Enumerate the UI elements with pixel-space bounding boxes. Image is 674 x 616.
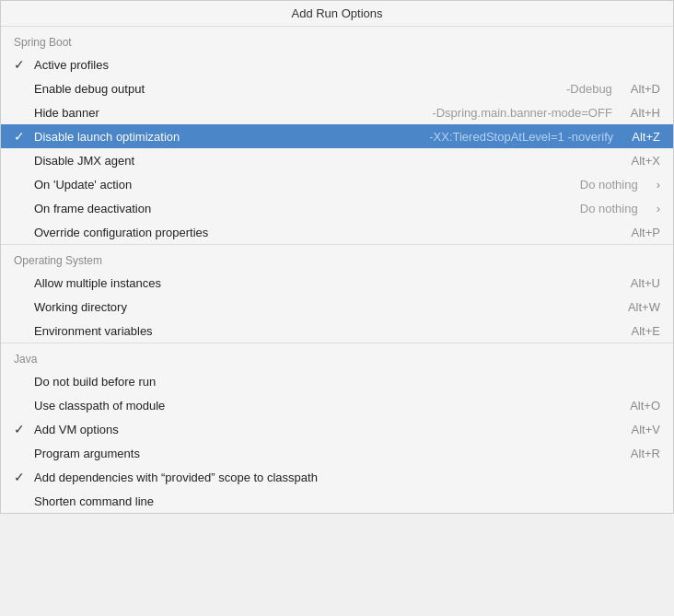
shortcut-override-config-props: Alt+P (613, 226, 660, 239)
label-allow-multiple-instances: Allow multiple instances (34, 276, 612, 290)
shortcut-enable-debug-output: Alt+D (612, 82, 660, 96)
menu-item-disable-launch-optimization[interactable]: ✓Disable launch optimization-XX:TieredSt… (1, 124, 673, 148)
check-disable-launch-optimization: ✓ (14, 129, 34, 144)
hint-on-frame-deactivation: Do nothing (580, 202, 638, 215)
label-on-update-action: On 'Update' action (34, 178, 575, 192)
menu-item-enable-debug-output[interactable]: Enable debug output-DdebugAlt+D (1, 76, 673, 100)
hint-disable-launch-optimization: -XX:TieredStopAtLevel=1 -noverify (429, 130, 613, 144)
shortcut-add-vm-options: Alt+V (613, 423, 660, 436)
label-hide-banner: Hide banner (34, 106, 426, 120)
hint-hide-banner: -Dspring.main.banner-mode=OFF (432, 106, 611, 120)
menu-item-do-not-build[interactable]: Do not build before run (1, 369, 673, 393)
shortcut-environment-variables: Alt+E (613, 324, 660, 338)
shortcut-working-directory: Alt+W (610, 300, 660, 314)
menu-item-active-profiles[interactable]: ✓Active profiles (1, 52, 673, 76)
menu-item-add-dependencies-provided[interactable]: ✓Add dependencies with “provided” scope … (1, 465, 673, 489)
label-on-frame-deactivation: On frame deactivation (34, 202, 575, 215)
shortcut-allow-multiple-instances: Alt+U (612, 276, 660, 290)
label-disable-jmx-agent: Disable JMX agent (34, 154, 613, 168)
check-add-dependencies-provided: ✓ (14, 470, 34, 484)
hint-enable-debug-output: -Ddebug (566, 82, 612, 96)
menu-item-environment-variables[interactable]: Environment variablesAlt+E (1, 319, 673, 343)
title-text: Add Run Options (291, 6, 382, 20)
shortcut-hide-banner: Alt+H (612, 106, 660, 120)
menu-item-use-classpath-of-module[interactable]: Use classpath of moduleAlt+O (1, 393, 673, 417)
arrow-on-frame-deactivation: › (638, 202, 660, 215)
menu-list: Spring Boot✓Active profilesEnable debug … (1, 27, 673, 513)
label-working-directory: Working directory (34, 300, 610, 314)
check-active-profiles: ✓ (14, 57, 34, 72)
label-environment-variables: Environment variables (34, 324, 613, 338)
label-add-dependencies-provided: Add dependencies with “provided” scope t… (34, 471, 660, 484)
add-run-options-dialog: Add Run Options Spring Boot✓Active profi… (0, 0, 674, 514)
label-add-vm-options: Add VM options (34, 423, 613, 436)
dialog-title: Add Run Options (1, 1, 673, 27)
label-override-config-props: Override configuration properties (34, 226, 613, 239)
menu-item-working-directory[interactable]: Working directoryAlt+W (1, 295, 673, 319)
section-header-spring-boot: Spring Boot (1, 27, 673, 52)
shortcut-program-arguments: Alt+R (612, 447, 660, 460)
section-header-java: Java (1, 343, 673, 369)
label-disable-launch-optimization: Disable launch optimization (34, 130, 424, 144)
label-active-profiles: Active profiles (34, 58, 660, 72)
label-use-classpath-of-module: Use classpath of module (34, 399, 611, 413)
menu-item-on-update-action[interactable]: On 'Update' actionDo nothing› (1, 172, 673, 196)
arrow-on-update-action: › (638, 178, 660, 192)
label-enable-debug-output: Enable debug output (34, 82, 561, 96)
menu-item-override-config-props[interactable]: Override configuration propertiesAlt+P (1, 220, 673, 244)
shortcut-disable-jmx-agent: Alt+X (613, 154, 660, 168)
menu-item-allow-multiple-instances[interactable]: Allow multiple instancesAlt+U (1, 271, 673, 295)
shortcut-use-classpath-of-module: Alt+O (611, 399, 660, 413)
label-program-arguments: Program arguments (34, 447, 612, 460)
menu-item-program-arguments[interactable]: Program argumentsAlt+R (1, 441, 673, 465)
menu-item-add-vm-options[interactable]: ✓Add VM optionsAlt+V (1, 417, 673, 441)
menu-item-on-frame-deactivation[interactable]: On frame deactivationDo nothing› (1, 196, 673, 220)
label-shorten-command-line: Shorten command line (34, 494, 660, 508)
shortcut-disable-launch-optimization: Alt+Z (613, 130, 660, 144)
label-do-not-build: Do not build before run (34, 375, 660, 389)
section-header-operating-system: Operating System (1, 244, 673, 271)
hint-on-update-action: Do nothing (580, 178, 638, 192)
menu-item-disable-jmx-agent[interactable]: Disable JMX agentAlt+X (1, 148, 673, 172)
menu-item-hide-banner[interactable]: Hide banner-Dspring.main.banner-mode=OFF… (1, 100, 673, 124)
check-add-vm-options: ✓ (14, 422, 34, 436)
menu-item-shorten-command-line[interactable]: Shorten command line (1, 489, 673, 513)
